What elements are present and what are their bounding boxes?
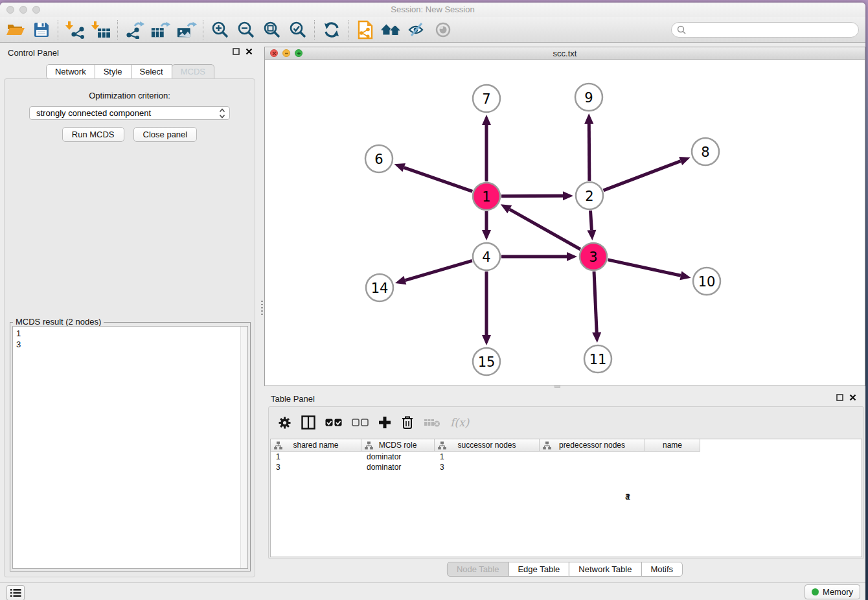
graph-node-3[interactable]: 3 — [580, 243, 607, 270]
table-row-0[interactable]: 1dominator411 — [271, 452, 862, 462]
svg-text:14: 14 — [371, 281, 389, 296]
select-all-columns-icon[interactable] — [325, 414, 342, 431]
mcds-result-textarea[interactable]: 1 3 — [12, 326, 248, 569]
graph-node-4[interactable]: 4 — [473, 243, 500, 270]
svg-text:6: 6 — [374, 152, 383, 167]
graph-edge-arrow-3-10 — [680, 271, 691, 280]
control-panel-title: Control Panel — [8, 48, 59, 58]
tab-motifs[interactable]: Motifs — [641, 562, 683, 577]
control-panel: Control Panel NetworkStyleSelectMCDS Opt… — [0, 43, 260, 583]
graph-edge-arrow-4-3 — [567, 252, 577, 261]
show-column-panel-icon[interactable] — [301, 414, 315, 431]
table-settings-gear-icon[interactable] — [278, 414, 291, 431]
graph-edge-3-1[interactable] — [510, 209, 580, 249]
close-panel-icon[interactable] — [246, 48, 253, 55]
import-table-icon[interactable] — [91, 20, 111, 40]
run-mcds-button[interactable]: Run MCDS — [62, 127, 124, 142]
tab-edge-table[interactable]: Edge Table — [508, 562, 569, 577]
create-column-icon[interactable] — [378, 414, 391, 431]
zoom-selected-icon[interactable] — [288, 20, 308, 40]
memory-status-icon — [812, 588, 819, 595]
column-header-mcds-role[interactable]: MCDS role — [361, 439, 435, 452]
graph-node-7[interactable]: 7 — [473, 85, 500, 112]
search-field[interactable] — [671, 22, 859, 38]
graph-edge-3-11[interactable] — [594, 271, 597, 332]
zoom-in-icon[interactable] — [210, 20, 231, 40]
column-header-successor-nodes[interactable]: successor nodes — [435, 439, 540, 452]
cell-name[interactable]: 3 — [435, 462, 490, 472]
hide-glasses-icon[interactable] — [407, 20, 428, 40]
table-toolbar: f(x) — [278, 413, 469, 432]
graph-node-15[interactable]: 15 — [473, 348, 500, 375]
mcds-result-title: MCDS result (2 nodes) — [13, 317, 104, 327]
column-header-predecessor-nodes[interactable]: predecessor nodes — [540, 439, 645, 452]
graph-edge-arrow-2-9 — [584, 113, 593, 124]
graph-node-6[interactable]: 6 — [365, 145, 393, 172]
show-panels-button[interactable] — [6, 585, 25, 600]
float-panel-icon[interactable] — [233, 48, 240, 55]
graph-edge-2-8[interactable] — [604, 161, 681, 190]
refresh-icon[interactable] — [321, 20, 342, 40]
tab-node-table[interactable]: Node Table — [447, 562, 509, 577]
graph-node-2[interactable]: 2 — [576, 182, 603, 209]
tab-mcds[interactable]: MCDS — [172, 64, 214, 79]
cell-name[interactable]: 1 — [435, 452, 490, 462]
graph-node-8[interactable]: 8 — [692, 138, 719, 165]
graph-node-1[interactable]: 1 — [473, 183, 500, 210]
network-from-file-icon[interactable] — [355, 20, 376, 40]
delete-column-icon[interactable] — [401, 414, 414, 431]
search-input[interactable] — [689, 23, 858, 36]
graph-edge-2-3[interactable] — [590, 211, 591, 230]
control-panel-header: Control Panel — [0, 43, 260, 61]
graph-node-9[interactable]: 9 — [575, 84, 602, 111]
network-canvas[interactable]: 7968124314101511 — [265, 60, 865, 386]
float-table-panel-icon[interactable] — [836, 394, 843, 401]
home-icon[interactable] — [381, 20, 402, 40]
export-table-icon[interactable] — [150, 20, 171, 40]
graph-node-14[interactable]: 14 — [366, 274, 393, 301]
graph-node-11[interactable]: 11 — [584, 345, 611, 373]
table-row-1[interactable]: 3dominator323 — [271, 462, 862, 472]
zoom-fit-icon[interactable] — [262, 20, 282, 40]
network-view-window: scc.txt 7968124314101511 — [264, 47, 865, 386]
close-panel-button[interactable]: Close panel — [133, 127, 198, 142]
cell-shared-name[interactable]: 1 — [271, 452, 361, 462]
tab-network-table[interactable]: Network Table — [569, 562, 641, 577]
graph-edge-1-6[interactable] — [404, 168, 473, 192]
zoom-out-icon[interactable] — [236, 20, 257, 40]
network-graph: 7968124314101511 — [265, 60, 865, 386]
cell-shared-name[interactable]: 3 — [271, 462, 361, 472]
graph-edge-3-10[interactable] — [608, 260, 680, 275]
export-network-icon[interactable] — [124, 20, 145, 40]
column-header-name[interactable]: name — [645, 439, 700, 452]
cell-mcds-role[interactable]: dominator — [361, 452, 435, 462]
optimization-criterion-select[interactable]: strongly connected component — [29, 106, 230, 120]
deselect-all-columns-icon[interactable] — [352, 414, 369, 431]
tab-network[interactable]: Network — [46, 64, 95, 79]
graph-edge-4-14[interactable] — [405, 260, 472, 280]
search-icon — [677, 25, 686, 34]
graph-edge-1-2[interactable] — [501, 196, 563, 196]
result-scrollbar[interactable] — [240, 327, 247, 568]
export-image-icon[interactable] — [176, 20, 197, 40]
tab-select[interactable]: Select — [131, 64, 172, 79]
memory-button[interactable]: Memory — [805, 584, 860, 599]
import-network-icon[interactable] — [65, 20, 86, 40]
save-session-icon[interactable] — [31, 20, 52, 40]
column-header-label: name — [663, 441, 682, 450]
close-table-panel-icon[interactable] — [849, 394, 856, 401]
eye-icon[interactable] — [433, 20, 453, 40]
column-header-label: MCDS role — [379, 441, 417, 450]
window-splitter-handle[interactable] — [554, 385, 560, 388]
control-panel-tabs: NetworkStyleSelectMCDS — [0, 64, 260, 79]
function-builder-icon: f(x) — [450, 414, 469, 431]
cell-mcds-role[interactable]: dominator — [361, 462, 435, 472]
graph-node-10[interactable]: 10 — [693, 268, 720, 295]
graph-edge-2-9[interactable] — [589, 124, 589, 181]
tab-style[interactable]: Style — [95, 64, 131, 79]
column-header-shared-name[interactable]: shared name — [271, 439, 361, 452]
open-session-icon[interactable] — [5, 20, 26, 40]
network-window-title: scc.txt — [265, 49, 865, 58]
select-stepper-icon — [219, 108, 225, 121]
table-panel-title: Table Panel — [271, 394, 315, 404]
